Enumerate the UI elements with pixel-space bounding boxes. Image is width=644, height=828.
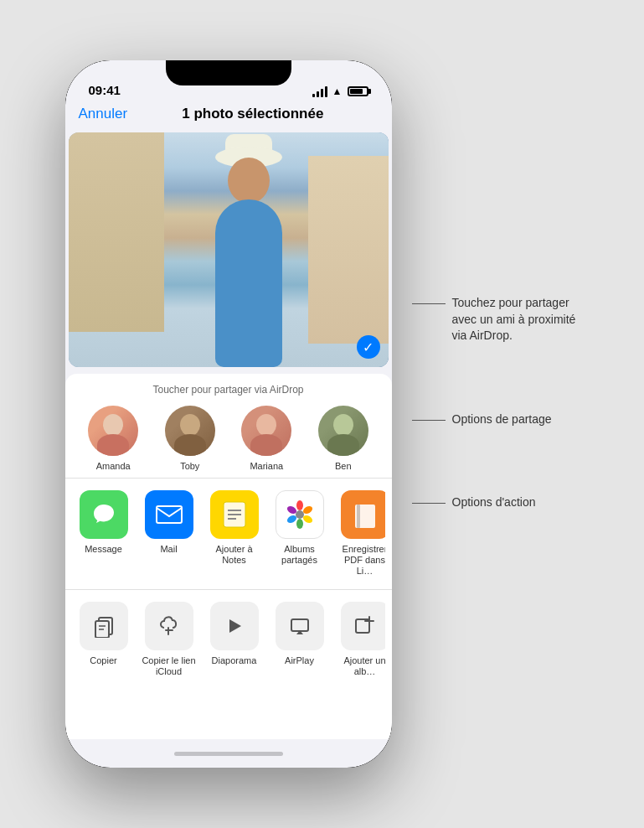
slideshow-icon xyxy=(210,602,259,650)
share-options-section: Message Mail xyxy=(65,479,392,590)
status-time: 09:41 xyxy=(89,83,121,97)
annotation-airdrop: Touchez pour partager avec un ami à prox… xyxy=(412,295,580,344)
annotation-share-text: Options de partage xyxy=(452,411,552,428)
avatar-ben xyxy=(318,406,368,456)
share-option-message-label: Message xyxy=(85,544,122,555)
share-sheet: Toucher pour partager via AirDrop Amanda xyxy=(65,374,392,739)
airdrop-label: Toucher pour partager via AirDrop xyxy=(72,384,385,396)
face xyxy=(333,414,353,436)
contact-item-toby[interactable]: Toby xyxy=(165,406,215,471)
svg-point-9 xyxy=(296,519,303,529)
annotations: Touchez pour partager avec un ami à prox… xyxy=(412,60,580,511)
contact-item-mariana[interactable]: Mariana xyxy=(241,406,291,471)
building-left xyxy=(69,132,165,332)
person-head xyxy=(228,158,270,204)
icloud-link-icon xyxy=(145,602,193,650)
body xyxy=(250,434,282,456)
action-options-section: Copier Copier le lien iClo xyxy=(65,590,392,689)
action-add-album[interactable]: Ajouter un alb… xyxy=(337,602,385,677)
avatar-amanda xyxy=(88,406,138,456)
svg-point-6 xyxy=(296,500,303,510)
face xyxy=(180,414,200,436)
body xyxy=(174,434,206,456)
status-icons: ▲ xyxy=(312,85,368,97)
person-silhouette xyxy=(198,166,299,367)
annotation-line-2 xyxy=(412,420,446,421)
annotation-line-1 xyxy=(412,303,446,304)
body xyxy=(327,434,359,456)
notes-icon xyxy=(210,490,259,539)
airdrop-contacts: Amanda Toby xyxy=(72,406,385,471)
action-icloud-link-label: Copier le lien iCloud xyxy=(141,655,198,677)
airplay-icon xyxy=(276,602,324,650)
message-icon xyxy=(80,490,128,539)
annotation-line-3 xyxy=(412,503,446,504)
airdrop-section: Toucher pour partager via AirDrop Amanda xyxy=(65,374,392,479)
share-option-notes-label: Ajouter à Notes xyxy=(206,544,263,566)
action-add-album-label: Ajouter un alb… xyxy=(337,655,385,677)
annotation-action: Options d'action xyxy=(412,494,580,511)
annotation-share: Options de partage xyxy=(412,411,580,428)
action-copy-label: Copier xyxy=(90,655,116,666)
copy-icon xyxy=(80,602,128,650)
share-option-books[interactable]: Enregistrer PDF dans Li… xyxy=(337,490,385,577)
action-slideshow-label: Diaporama xyxy=(212,655,257,666)
mail-icon xyxy=(145,490,193,539)
avatar-mariana xyxy=(241,406,291,456)
header: Annuler 1 photo sélectionnée xyxy=(65,102,392,132)
share-option-albums[interactable]: Albums partagés xyxy=(271,490,328,577)
face xyxy=(256,414,276,436)
albums-icon xyxy=(276,490,324,539)
contact-item-amanda[interactable]: Amanda xyxy=(88,406,138,471)
phone-screen: 09:41 ▲ Annuler 1 photo s xyxy=(65,60,392,768)
scene: 09:41 ▲ Annuler 1 photo s xyxy=(65,60,580,768)
annotation-gap-2 xyxy=(412,427,580,494)
share-option-mail-label: Mail xyxy=(160,544,177,555)
annotation-action-text: Options d'action xyxy=(452,494,536,511)
svg-marker-18 xyxy=(229,619,241,633)
svg-rect-0 xyxy=(157,506,182,523)
annotation-gap-1 xyxy=(412,344,580,411)
annotation-airdrop-text: Touchez pour partager avec un ami à prox… xyxy=(452,295,580,344)
share-option-books-label: Enregistrer PDF dans Li… xyxy=(337,544,385,577)
action-options-list: Copier Copier le lien iClo xyxy=(72,602,385,677)
selected-photo: ✓ xyxy=(69,132,389,367)
books-icon xyxy=(341,490,385,539)
phone-frame: 09:41 ▲ Annuler 1 photo s xyxy=(65,60,392,768)
wifi-icon: ▲ xyxy=(332,85,343,97)
action-copy[interactable]: Copier xyxy=(75,602,132,677)
selected-checkmark: ✓ xyxy=(357,335,380,359)
face xyxy=(103,414,123,436)
contact-name-toby: Toby xyxy=(180,461,199,471)
contact-name-amanda: Amanda xyxy=(96,461,131,471)
share-option-notes[interactable]: Ajouter à Notes xyxy=(206,490,263,577)
body xyxy=(97,434,129,456)
contact-name-ben: Ben xyxy=(335,461,352,471)
person-body xyxy=(215,199,282,367)
action-icloud-link[interactable]: Copier le lien iCloud xyxy=(141,602,198,677)
home-indicator xyxy=(65,739,392,768)
page-title: 1 photo sélectionnée xyxy=(127,106,378,122)
avatar-toby xyxy=(165,406,215,456)
contact-item-ben[interactable]: Ben xyxy=(318,406,368,471)
signal-icon xyxy=(312,86,327,97)
action-airplay-label: AirPlay xyxy=(285,655,314,666)
share-option-message[interactable]: Message xyxy=(75,490,132,577)
notch xyxy=(166,60,291,85)
contact-name-mariana: Mariana xyxy=(250,461,283,471)
share-option-albums-label: Albums partagés xyxy=(271,544,328,566)
action-airplay[interactable]: AirPlay xyxy=(271,602,328,677)
svg-rect-19 xyxy=(291,619,308,631)
cancel-button[interactable]: Annuler xyxy=(79,106,128,122)
home-bar xyxy=(174,752,283,756)
svg-rect-13 xyxy=(357,505,360,528)
svg-point-5 xyxy=(296,510,304,519)
action-slideshow[interactable]: Diaporama xyxy=(206,602,263,677)
share-option-mail[interactable]: Mail xyxy=(141,490,198,577)
photo-content xyxy=(69,132,389,367)
add-album-icon xyxy=(341,602,385,650)
building-right xyxy=(308,156,389,344)
battery-icon xyxy=(348,86,368,96)
share-options-list: Message Mail xyxy=(72,490,385,577)
